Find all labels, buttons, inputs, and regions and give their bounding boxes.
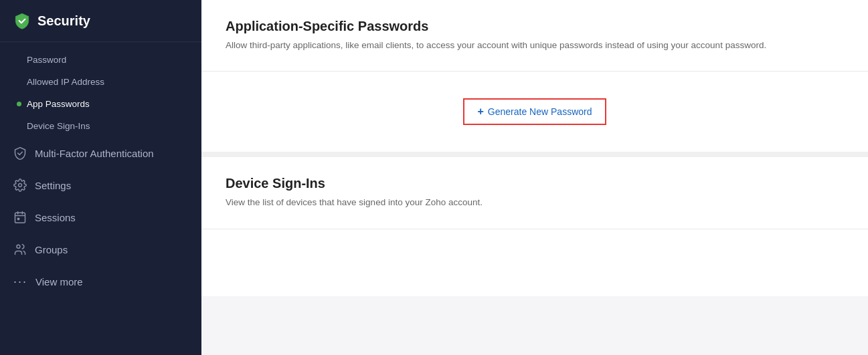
sidebar: Security Password Allowed IP Address App…: [0, 0, 201, 355]
view-more-label: View more: [35, 276, 83, 287]
app-passwords-body: + Generate New Password: [201, 72, 868, 157]
sidebar-title-label: Security: [37, 13, 90, 29]
device-sign-ins-header: Device Sign-Ins View the list of devices…: [201, 157, 868, 229]
svg-point-0: [19, 184, 22, 187]
generate-btn-label: Generate New Password: [488, 106, 592, 117]
main-content: Application-Specific Passwords Allow thi…: [201, 0, 868, 355]
sidebar-item-mfa[interactable]: Multi-Factor Authentication: [0, 137, 201, 169]
sidebar-item-label: Device Sign-Ins: [27, 121, 90, 131]
shield-icon: [13, 12, 31, 29]
app-passwords-description: Allow third-party applications, like ema…: [226, 39, 844, 52]
sessions-icon: [13, 211, 27, 224]
sidebar-item-sessions[interactable]: Sessions: [0, 201, 201, 233]
gear-icon: [13, 179, 27, 192]
device-sign-ins-body: [201, 229, 868, 296]
device-sign-ins-title: Device Sign-Ins: [226, 176, 844, 191]
plus-icon: +: [478, 106, 484, 118]
sidebar-settings-label: Settings: [35, 180, 71, 191]
sidebar-item-settings[interactable]: Settings: [0, 169, 201, 201]
generate-password-button[interactable]: + Generate New Password: [463, 98, 607, 125]
device-sign-ins-description: View the list of devices that have signe…: [226, 196, 844, 209]
sidebar-navigation: Password Allowed IP Address App Password…: [0, 42, 201, 305]
sidebar-sessions-label: Sessions: [35, 212, 76, 223]
svg-rect-1: [15, 213, 25, 223]
svg-rect-5: [17, 218, 19, 220]
sidebar-item-allowed-ip[interactable]: Allowed IP Address: [0, 71, 201, 93]
sidebar-item-app-passwords[interactable]: App Passwords: [0, 93, 201, 115]
groups-icon: [13, 243, 27, 256]
shield-check-icon: [13, 146, 27, 160]
sidebar-mfa-label: Multi-Factor Authentication: [35, 148, 154, 159]
three-dots-icon: ···: [13, 275, 27, 289]
sidebar-item-device-sign-ins[interactable]: Device Sign-Ins: [0, 115, 201, 137]
svg-point-6: [17, 245, 20, 248]
sidebar-item-view-more[interactable]: ··· View more: [0, 265, 201, 298]
sidebar-groups-label: Groups: [35, 244, 68, 255]
sidebar-item-groups[interactable]: Groups: [0, 233, 201, 265]
sidebar-title: Security: [0, 0, 201, 42]
sidebar-item-label: App Passwords: [27, 99, 90, 109]
active-indicator: [17, 102, 21, 106]
sidebar-item-label: Password: [27, 55, 66, 65]
sidebar-item-password[interactable]: Password: [0, 49, 201, 71]
app-passwords-title: Application-Specific Passwords: [226, 19, 844, 34]
app-passwords-header: Application-Specific Passwords Allow thi…: [201, 0, 868, 72]
sidebar-item-label: Allowed IP Address: [27, 77, 104, 87]
